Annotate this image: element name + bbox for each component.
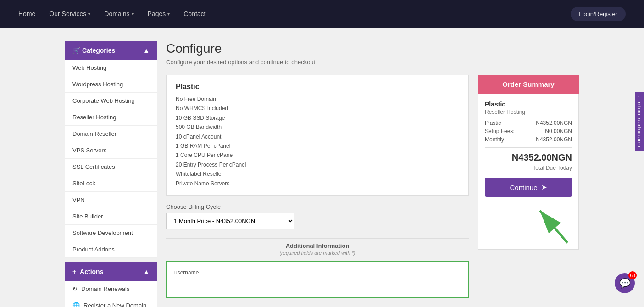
- sidebar: 🛒 Categories ▲ Web Hosting Wordpress Hos…: [65, 41, 157, 307]
- actions-chevron-icon: ▲: [143, 268, 150, 275]
- username-box: username: [166, 261, 469, 298]
- order-monthly-price: N4352.00NGN: [536, 136, 572, 143]
- order-plastic-price: N4352.00NGN: [536, 120, 572, 126]
- chat-icon: 💬: [619, 278, 631, 289]
- admin-return-tab[interactable]: ← return to admin area: [635, 92, 644, 151]
- divider-2: [166, 305, 469, 305]
- additional-info-label: Additional Information: [166, 242, 469, 249]
- actions-label: + Actions: [72, 268, 103, 275]
- navbar-links: Home Our Services ▾ Domains ▾ Pages ▾ Co…: [18, 10, 205, 17]
- configure-left: Plastic No Free Domain No WHMCS Included…: [166, 75, 469, 307]
- services-chevron-icon: ▾: [88, 11, 90, 17]
- sidebar-item-site-builder[interactable]: Site Builder: [65, 208, 157, 225]
- order-setup-price: N0.00NGN: [545, 128, 572, 134]
- sidebar-item-web-hosting[interactable]: Web Hosting: [65, 60, 157, 76]
- order-due-label: Total Due Today: [485, 165, 572, 171]
- order-total: N4352.00NGN: [485, 152, 572, 163]
- sidebar-item-sitelock[interactable]: SiteLock: [65, 175, 157, 192]
- order-plastic-label: Plastic: [485, 120, 501, 126]
- order-plastic-row: Plastic N4352.00NGN: [485, 120, 572, 126]
- chat-badge: 60: [628, 271, 637, 279]
- green-arrow-svg: [531, 201, 577, 247]
- order-product-name: Plastic: [485, 100, 572, 108]
- sidebar-item-product-addons[interactable]: Product Addons: [65, 241, 157, 258]
- username-label: username: [174, 269, 461, 276]
- nav-pages[interactable]: Pages ▾: [148, 10, 170, 17]
- order-monthly-label: Monthly:: [485, 136, 505, 143]
- nav-home[interactable]: Home: [18, 10, 35, 17]
- order-setup-row: Setup Fees: N0.00NGN: [485, 128, 572, 134]
- categories-label: 🛒 Categories: [72, 47, 115, 54]
- product-name: Plastic: [176, 83, 459, 91]
- domains-chevron-icon: ▾: [132, 11, 134, 17]
- sidebar-action-register-domain[interactable]: 🌐 Register a New Domain: [65, 297, 157, 307]
- sidebar-item-domain-reseller[interactable]: Domain Reseller: [65, 126, 157, 142]
- actions-header[interactable]: + Actions ▲: [65, 262, 157, 281]
- order-summary-panel: Order Summary Plastic Reseller Hosting P…: [478, 75, 579, 307]
- nav-services[interactable]: Our Services ▾: [49, 10, 90, 17]
- sidebar-item-ssl-certificates[interactable]: SSL Certificates: [65, 159, 157, 175]
- content-order-row: Plastic No Free Domain No WHMCS Included…: [166, 75, 579, 307]
- globe-icon: 🌐: [72, 302, 80, 307]
- product-info-box: Plastic No Free Domain No WHMCS Included…: [166, 75, 469, 196]
- page-title: Configure: [166, 41, 579, 56]
- sidebar-item-corporate-web-hosting[interactable]: Corporate Web Hosting: [65, 93, 157, 109]
- login-register-button[interactable]: Login/Register: [571, 7, 626, 21]
- order-summary-header: Order Summary: [478, 75, 579, 94]
- order-summary-body: Plastic Reseller Hosting Plastic N4352.0…: [478, 94, 579, 250]
- categories-chevron-icon: ▲: [143, 47, 150, 54]
- billing-section: Choose Billing Cycle 1 Month Price - N43…: [166, 203, 469, 229]
- sidebar-item-reseller-hosting[interactable]: Reseller Hosting: [65, 109, 157, 126]
- plus-icon: +: [72, 268, 76, 275]
- configure-subtitle: Configure your desired options and conti…: [166, 59, 579, 66]
- product-features: No Free Domain No WHMCS Included 10 GB S…: [176, 95, 459, 188]
- sidebar-action-domain-renewals[interactable]: ↻ Domain Renewals: [65, 281, 157, 297]
- arrow-right-icon: ➤: [541, 183, 547, 191]
- svg-line-1: [540, 211, 567, 243]
- page-container: 🛒 Categories ▲ Web Hosting Wordpress Hos…: [47, 28, 597, 307]
- sidebar-item-software-development[interactable]: Software Development: [65, 225, 157, 241]
- main-content: Configure Configure your desired options…: [166, 41, 579, 307]
- order-divider: [485, 147, 572, 148]
- nav-domains[interactable]: Domains ▾: [104, 10, 133, 17]
- required-note: (required fields are marked with *): [166, 250, 469, 256]
- order-product-sub: Reseller Hosting: [485, 109, 572, 115]
- arrow-container: [485, 197, 572, 243]
- order-setup-label: Setup Fees:: [485, 128, 515, 134]
- additional-info-section: Additional Information (required fields …: [166, 238, 469, 307]
- cart-icon: 🛒: [72, 47, 80, 54]
- sidebar-item-vpn[interactable]: VPN: [65, 192, 157, 208]
- billing-label: Choose Billing Cycle: [166, 203, 469, 210]
- sidebar-item-vps-servers[interactable]: VPS Servers: [65, 142, 157, 159]
- nav-contact[interactable]: Contact: [183, 10, 205, 17]
- username-input[interactable]: [174, 278, 461, 290]
- sidebar-item-wordpress-hosting[interactable]: Wordpress Hosting: [65, 76, 157, 93]
- navbar: Home Our Services ▾ Domains ▾ Pages ▾ Co…: [0, 0, 644, 28]
- continue-button[interactable]: Continue ➤: [485, 178, 572, 197]
- chat-button[interactable]: 💬 60: [615, 273, 635, 293]
- billing-select[interactable]: 1 Month Price - N4352.00NGN: [166, 213, 294, 229]
- categories-header[interactable]: 🛒 Categories ▲: [65, 41, 157, 60]
- order-monthly-row: Monthly: N4352.00NGN: [485, 136, 572, 143]
- divider-1: [166, 238, 469, 239]
- renewal-icon: ↻: [72, 285, 78, 292]
- pages-chevron-icon: ▾: [167, 11, 170, 17]
